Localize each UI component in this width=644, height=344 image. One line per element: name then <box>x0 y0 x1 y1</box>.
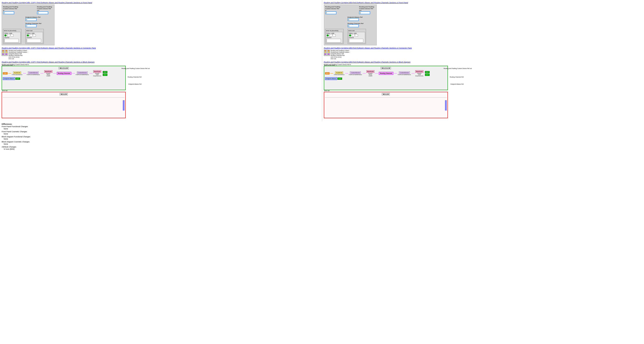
left-bd-wire3 <box>40 73 44 74</box>
right-front-panel-title[interactable]: Routing and Faulting Scripting.lvlib:Fin… <box>324 2 642 4</box>
right-connector-box: Routing and Faulting Custom... Routing a… <box>324 50 642 60</box>
left-bd-node-basenode2: BaseNode NodeID Child DeepHierarchy <box>93 70 102 76</box>
left-fp-routingref-control[interactable]: 0 <box>26 24 36 27</box>
left-bd-errorout-label: error out <box>2 90 7 91</box>
right-fp-customdevicein-control[interactable]: 5 <box>325 12 336 14</box>
left-fp-errorin-source-label: source <box>4 36 20 38</box>
right-bd-errorin-label: error in (no error) <box>324 64 335 66</box>
right-fp-errorout-label: error out <box>348 30 365 32</box>
left-bd-error-case: ◀ Error ▶ <box>2 92 126 118</box>
attribute-changes-value: VI Icon (B/W) <box>4 148 642 150</box>
right-fp-errorin-code[interactable]: 0 <box>330 34 336 36</box>
left-bd-node-nodedutt: NodeDUtt OTtoCustomDevice <box>12 72 22 75</box>
left-bd-wire4 <box>53 73 56 74</box>
right-fp-errorin-source-label: source <box>327 36 342 38</box>
right-bd-node-nodedutt: NodeDUtt OTtoCustomDevice <box>334 72 344 75</box>
right-fp-errorin-label: error in (no error) <box>326 30 343 32</box>
left-bd-nodedutt-sublabel: OTtoCustomDevice <box>12 74 22 75</box>
right-connector-icon <box>324 50 330 56</box>
right-bd-noerror-header: ◀ No Error ▶ <box>325 67 447 69</box>
left-fp-endpointref-control[interactable]: 0 <box>26 18 36 21</box>
right-fp-errorout-source-label: source <box>349 36 364 38</box>
right-front-panel-box: Routing and Faulting Custom Device Ref i… <box>324 4 377 45</box>
right-bd-customdevice1-box: CustomDevice <box>350 72 361 74</box>
differences-title: Differences: <box>2 123 642 125</box>
left-connector-title[interactable]: Routing and Faulting Scripting.lvlib: CO… <box>2 47 320 49</box>
left-bd-wire2 <box>23 73 26 74</box>
left-bd-out-terminal1: OUT <box>103 71 108 73</box>
right-bd-noerror-case: error in (no error) Routing and Faulting… <box>324 66 448 90</box>
left-fp-errorout-label: error out <box>26 30 43 32</box>
left-fp-errorin-code[interactable]: 0 <box>7 34 14 36</box>
right-fp-errorout-status-icon <box>349 34 351 36</box>
left-fp-errorin-source[interactable] <box>4 39 19 42</box>
left-bd-nodedutt-box: NodeDUtt <box>13 72 21 74</box>
right-fp-customdevicein-label: Routing and Faulting Custom Device Ref i… <box>325 6 341 12</box>
right-fp-errorout-source[interactable] <box>349 39 363 42</box>
right-connector-title[interactable]: Routing and Faulting Scripting.lvlib:Fin… <box>324 47 642 49</box>
left-fp-errorout-source[interactable] <box>27 39 41 42</box>
right-fp-customdeviceout-control[interactable]: 0 <box>359 12 370 14</box>
right-block-diagram-section: Routing and Faulting Scripting.lvlib:Fin… <box>324 61 642 118</box>
right-bd-node-customdevice1: CustomDevice FindFirstChildWithName <box>349 72 362 75</box>
bd-cosmetic-label: Block Diagram Cosmetic Changes <box>2 141 642 143</box>
right-bd-customdeviceout-label: Routing and Faulting Custom Device Ref o… <box>444 68 472 69</box>
right-fp-errorout-code[interactable]: 0 <box>352 34 358 36</box>
left-fp-errorin-label: error in (no error) <box>4 30 20 32</box>
left-front-panel-section: Routing and Faulting Scripting.lvlib: CO… <box>2 2 320 45</box>
left-connector-icon <box>2 50 8 56</box>
right-fp-endpointref-control[interactable]: 0 <box>348 18 359 21</box>
left-bd-node-customdevice2: CustomDevice FindFirstChildWithName <box>76 72 89 75</box>
bd-functional-value: None <box>4 138 642 140</box>
left-bd-noerror-header: ◀ No Error ▶ <box>3 67 124 69</box>
left-bd-wire6 <box>90 73 92 74</box>
right-fp-endpointref-label: Endpoint Aliases Ref <box>348 16 375 18</box>
left-fp-customdeviceout-control[interactable]: 0 <box>37 12 48 14</box>
right-fp-errorin-source[interactable] <box>327 39 341 42</box>
attribute-changes-label: Attribute Changes <box>2 146 642 148</box>
left-fp-errorout-code[interactable]: 0 <box>30 34 36 36</box>
left-fp-customdevicein-control[interactable]: 5 <box>3 12 14 14</box>
fp-cosmetic-value: None <box>4 133 642 135</box>
right-bd-wire1 <box>330 73 333 74</box>
left-block-diagram-title[interactable]: Routing and Faulting Scripting.lvlib: CO… <box>2 61 320 63</box>
right-bd-node-basenode1: BaseNode NodeID Name nodeID <box>366 70 375 76</box>
right-fp-routingref-control[interactable]: 0 <box>348 24 359 27</box>
right-bd-nodedutt-box: NodeDUtt <box>335 72 343 74</box>
left-bd-noerror-box: ◀ No Error ▶ <box>58 67 69 69</box>
left-fp-endpointref-label: Endpoint Aliases Ref <box>26 16 53 18</box>
right-bd-routingref-label: Routing Channels Ref <box>450 76 464 78</box>
left-bd-node-customdevice1: CustomDevice FindFirstChildWithName <box>27 72 40 75</box>
right-bd-wire6 <box>412 73 414 74</box>
right-bd-error-box: ◀ Error ▶ <box>382 93 390 96</box>
left-front-panel-title[interactable]: Routing and Faulting Scripting.lvlib: CO… <box>2 2 320 4</box>
right-block-diagram-title[interactable]: Routing and Faulting Scripting.lvlib:Fin… <box>324 61 642 63</box>
left-bd-errorin-label: error in (no error) <box>2 64 13 66</box>
right-bd-customdevice2-box: CustomDevice <box>399 72 410 74</box>
left-arrow-left-icon: ◀ <box>60 67 60 69</box>
left-bd-basenode2-box: BaseNode <box>93 70 102 73</box>
left-bd-endpoint-terminal: OUT <box>16 78 20 80</box>
right-fp-errorin-status-icon <box>327 34 329 36</box>
left-error-arrow-left-icon: ◀ <box>60 93 62 95</box>
right-bd-error-case: ◀ Error ▶ <box>324 92 448 118</box>
fp-functional-label: Front Panel Functional Changes <box>2 126 642 128</box>
left-error-yellow-line <box>3 98 124 98</box>
fp-functional-value: None <box>4 128 642 130</box>
left-bd-routingchannels-box: Routing Channels <box>57 72 72 75</box>
right-bd-endpointaliases-box: Endpoint Aliases <box>325 77 337 80</box>
left-fp-routingref-label: Routing Channels Ref <box>26 22 53 24</box>
left-fp-errorin-status-icon <box>4 34 6 36</box>
right-bd-basenode1-box: BaseNode <box>366 70 375 73</box>
right-bd-content: ERR NodeDUtt OTtoCustomDevice CustomDevi… <box>325 70 447 76</box>
left-bd-wire1 <box>8 73 11 74</box>
left-front-panel-box: Routing and Faulting Custom Device Ref i… <box>2 4 54 45</box>
left-bd-error-terminal: ERR <box>3 72 8 74</box>
left-connector-box: Routing and Faulting Custom... Routing a… <box>2 50 320 60</box>
right-arrow-right-icon: ▶ <box>389 67 390 69</box>
left-bd-node-basenode1: BaseNode NodeID Name nodeID <box>44 70 52 76</box>
right-front-panel-section: Routing and Faulting Scripting.lvlib:Fin… <box>324 2 642 45</box>
left-bd-basenode1-box: BaseNode <box>44 70 52 73</box>
right-bd-basenode2-box: BaseNode <box>415 70 424 73</box>
right-bd-endpointref-label: Endpoint Aliases Ref <box>450 84 464 85</box>
